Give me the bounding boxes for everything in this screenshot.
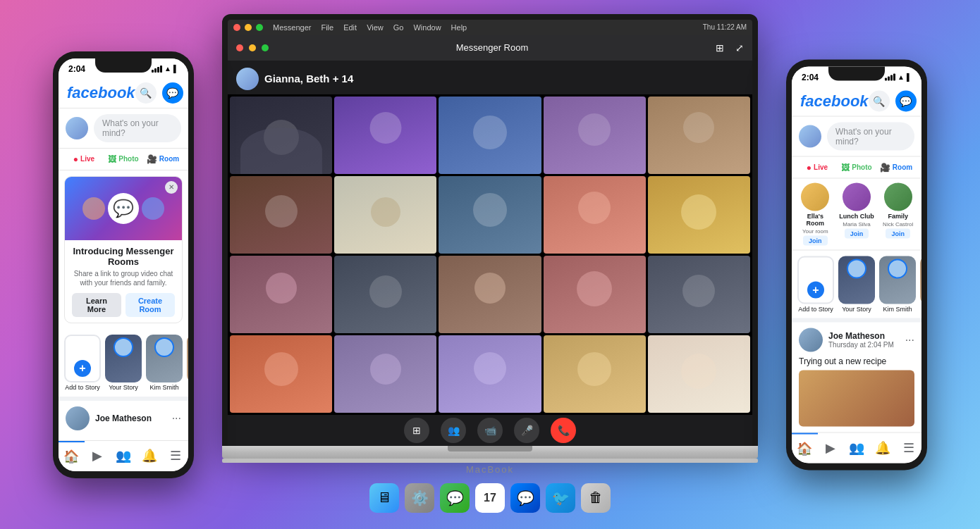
nav-menu-left[interactable]: ☰ — [162, 441, 188, 471]
menu-edit[interactable]: Edit — [343, 23, 357, 32]
phone-right-post-input: What's on your mind? — [792, 116, 921, 156]
nav-video-right[interactable]: ▶ — [818, 432, 844, 463]
your-story-label-r: Your Story — [842, 305, 871, 312]
nav-notifications-left[interactable]: 🔔 — [136, 441, 162, 471]
add-story-icon: + — [74, 360, 91, 377]
lunch-club-join[interactable]: Join — [845, 228, 869, 238]
room-maximize[interactable] — [262, 44, 269, 51]
story-add-left[interactable]: + Add to Story — [64, 335, 101, 391]
camera-button[interactable]: 📹 — [477, 418, 503, 443]
photo-button-left[interactable]: 🖼 Photo — [104, 151, 143, 167]
menu-window[interactable]: Window — [413, 23, 441, 32]
room-label-right: Room — [893, 163, 912, 171]
post-more-left[interactable]: ··· — [172, 412, 181, 425]
participants-button[interactable]: 👥 — [441, 418, 466, 443]
video-cell-2 — [334, 97, 436, 174]
participant-names: Gianna, Beth + 14 — [264, 73, 353, 85]
menu-file[interactable]: File — [321, 23, 333, 32]
post-more-right[interactable]: ··· — [905, 333, 914, 346]
search-button-left[interactable]: 🔍 — [135, 82, 157, 104]
nav-people-right[interactable]: 👥 — [844, 432, 870, 463]
grid-view-icon[interactable]: ⊞ — [716, 42, 724, 54]
room-titlebar: Messenger Room ⊞ ⤢ — [228, 35, 752, 61]
phone-left-notch — [95, 58, 152, 73]
battery-icon: ▌ — [173, 65, 178, 73]
nav-menu-right[interactable]: ☰ — [895, 432, 921, 463]
story-joel-right[interactable]: Joel Holzer — [920, 256, 921, 312]
live-button-left[interactable]: ● Live — [64, 151, 104, 167]
post-text-right: Trying out a new recipe — [799, 356, 914, 366]
video-cell-11 — [230, 256, 332, 333]
menu-help[interactable]: Help — [451, 23, 467, 32]
microphone-button[interactable]: 🎤 — [514, 418, 539, 443]
close-dot[interactable] — [233, 24, 240, 31]
post-image-right — [799, 370, 914, 426]
search-button-right[interactable]: 🔍 — [869, 90, 890, 111]
ellas-room-name: Ella's Room — [797, 212, 833, 226]
maximize-dot[interactable] — [256, 24, 263, 31]
menu-view[interactable]: View — [367, 23, 384, 32]
story-avatar-ring-2 — [154, 337, 174, 357]
nav-video-left[interactable]: ▶ — [85, 441, 111, 471]
room-button-left[interactable]: 🎥 Room — [143, 151, 183, 167]
user-avatar-right — [799, 125, 821, 147]
messenger-button-right[interactable]: 💬 — [895, 90, 917, 111]
learn-more-button[interactable]: Learn More — [72, 293, 121, 317]
room-family: Family Nick Castrol Join — [880, 182, 916, 245]
dock-trash-icon[interactable]: 🗑 — [581, 483, 611, 513]
post-input-box-right[interactable]: What's on your mind? — [827, 122, 914, 150]
phone-left: 2:04 ▲ ▌ facebook 🔍 💬 — [53, 51, 194, 478]
story-kim-left[interactable]: Kim Smith — [146, 335, 183, 391]
video-cell-15 — [648, 256, 750, 333]
fullscreen-icon[interactable]: ⤢ — [735, 42, 744, 54]
dock-finder-icon[interactable]: 🖥 — [369, 483, 399, 513]
dock: 🖥 ⚙️ 💬 17 💬 🐦 🗑 — [222, 483, 758, 516]
menu-app: Messenger — [273, 23, 311, 32]
story-add-right[interactable]: + Add to Story — [797, 256, 834, 312]
room-close[interactable] — [236, 44, 243, 51]
phone-left-stories: + Add to Story Your Story Kim Smith — [59, 329, 188, 397]
dock-calendar-icon[interactable]: 17 — [475, 483, 505, 513]
rooms-section-right: Ella's Room Your room Join Lunch Club Ma… — [792, 178, 921, 250]
video-cell-6 — [230, 176, 332, 254]
dock-messages-icon[interactable]: 💬 — [440, 483, 470, 513]
live-button-right[interactable]: ● Live — [797, 159, 837, 175]
phone-right: 2:04 ▲ ▌ facebook 🔍 💬 — [786, 59, 927, 470]
minimize-dot[interactable] — [245, 24, 252, 31]
nav-home-left[interactable]: 🏠 — [59, 441, 85, 471]
dock-twitter-icon[interactable]: 🐦 — [546, 483, 575, 513]
promo-desc: Share a link to group video chat with yo… — [72, 269, 175, 287]
messenger-button-left[interactable]: 💬 — [162, 82, 183, 104]
nav-notifications-right[interactable]: 🔔 — [869, 432, 895, 463]
kim-story-thumb-r — [879, 256, 916, 304]
end-call-button[interactable]: 📞 — [551, 418, 576, 443]
add-story-thumb-r: + — [797, 256, 834, 304]
menu-go[interactable]: Go — [393, 23, 404, 32]
video-cell-5 — [648, 97, 750, 174]
story-your-left[interactable]: Your Story — [105, 335, 142, 391]
post-input-box-left[interactable]: What's on your mind? — [94, 114, 181, 142]
nav-people-left[interactable]: 👥 — [111, 441, 137, 471]
dock-messenger-icon[interactable]: 💬 — [510, 483, 540, 513]
video-cell-12 — [334, 256, 436, 333]
grid-toggle-button[interactable]: ⊞ — [404, 418, 429, 443]
promo-card-left: ✕ 💬 Introducing Messenger Rooms Share a … — [64, 176, 183, 323]
family-join[interactable]: Join — [886, 228, 910, 238]
story-your-right[interactable]: Your Story — [838, 256, 875, 312]
story-kim-right[interactable]: Kim Smith — [879, 256, 916, 312]
promo-actions: Learn More Create Room — [72, 293, 175, 317]
post-name-right: Joe Matheson — [828, 331, 894, 341]
family-avatar — [884, 182, 912, 211]
photo-button-right[interactable]: 🖼 Photo — [837, 159, 876, 175]
ellas-room-join[interactable]: Join — [803, 235, 828, 245]
dock-prefs-icon[interactable]: ⚙️ — [405, 483, 434, 513]
nav-home-right[interactable]: 🏠 — [792, 432, 818, 463]
room-button-right[interactable]: 🎥 Room — [876, 159, 916, 175]
story-joel-left[interactable]: Joel Holzer — [187, 335, 188, 391]
video-cell-19 — [544, 335, 646, 413]
room-minimize[interactable] — [249, 44, 256, 51]
video-cell-8 — [439, 176, 541, 254]
promo-close-button[interactable]: ✕ — [165, 181, 178, 194]
video-cell-9 — [544, 176, 646, 254]
create-room-button[interactable]: Create Room — [125, 293, 175, 317]
